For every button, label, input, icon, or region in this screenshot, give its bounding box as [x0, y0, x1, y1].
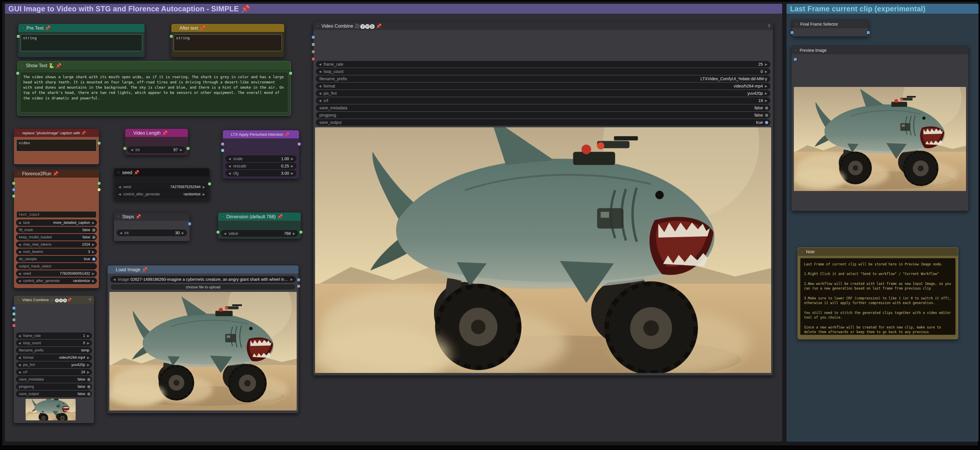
input-slot-dot[interactable]	[12, 195, 16, 198]
widget-frame_rate[interactable]: ◀frame_rate25▶	[316, 61, 770, 67]
node-steps[interactable]: Steps 📌 ◀int30▶	[114, 212, 190, 241]
decrement-arrow-icon[interactable]: ◀	[18, 342, 22, 345]
decrement-arrow-icon[interactable]: ◀	[318, 99, 322, 102]
input-slot-dot[interactable]	[312, 36, 315, 39]
output-slot-dot[interactable]	[97, 141, 101, 145]
node-ltx-apply-perturbed-attention[interactable]: LTX Apply Perturbed Attention 📌 ◀scale1.…	[223, 130, 299, 179]
toggle-dot[interactable]	[92, 236, 95, 239]
collapse-toggle-icon[interactable]	[795, 23, 798, 25]
widget-scale[interactable]: ◀scale1.00▶	[226, 155, 296, 162]
widget-crf[interactable]: ◀crf19▶	[316, 97, 770, 104]
input-slot-dot[interactable]	[791, 31, 794, 34]
collapse-toggle-icon[interactable]	[174, 27, 177, 29]
widget-cfg[interactable]: ◀cfg3.00▶	[226, 170, 296, 176]
increment-arrow-icon[interactable]: ▶	[91, 272, 95, 275]
increment-arrow-icon[interactable]: ▶	[290, 165, 294, 168]
widget-filename_prefix[interactable]: filename_prefixLTXVideo_ComfyUI_%date:dd…	[316, 76, 770, 82]
node-video-length[interactable]: Video Length 📌 ◀int97▶	[125, 128, 188, 155]
widget-int[interactable]: ◀int30▶	[117, 230, 187, 236]
widget-int[interactable]: ◀int97▶	[128, 146, 185, 153]
increment-arrow-icon[interactable]: ▶	[292, 232, 296, 235]
widget-seed[interactable]: ◀seed742755875252544▶	[116, 184, 207, 190]
toggle-dot[interactable]	[765, 114, 768, 117]
node-dimension-header[interactable]: Dimension (default 768) 📌	[218, 212, 301, 221]
pre-text-input[interactable]: string	[21, 34, 142, 51]
toggle-dot[interactable]	[87, 378, 91, 381]
input-slot-dot[interactable]	[794, 58, 797, 61]
decrement-arrow-icon[interactable]: ◀	[318, 70, 322, 73]
node-video-combine-large[interactable]: Video Combine 🎥🅥🅗🅢 📌 ? ◀frame_rate25▶◀lo…	[313, 22, 773, 376]
increment-arrow-icon[interactable]: ▶	[764, 92, 768, 95]
collapse-toggle-icon[interactable]	[111, 268, 113, 271]
widget-rescale[interactable]: ◀rescale0.25▶	[226, 163, 296, 169]
decrement-arrow-icon[interactable]: ◀	[318, 63, 322, 66]
increment-arrow-icon[interactable]: ▶	[86, 334, 91, 338]
output-slot-dot[interactable]	[208, 182, 211, 185]
replace-caption-input[interactable]: video	[16, 139, 97, 151]
widget-save_metadata[interactable]: save_metadatafalse	[316, 105, 770, 111]
collapse-toggle-icon[interactable]	[17, 172, 20, 175]
input-slot-dot[interactable]	[312, 57, 315, 60]
upload-button[interactable]: choose file to upload	[110, 284, 296, 290]
decrement-arrow-icon[interactable]: ◀	[18, 221, 22, 224]
input-slot-dot[interactable]	[13, 307, 16, 310]
node-video-combine-large-header[interactable]: Video Combine 🎥🅥🅗🅢 📌 ?	[313, 22, 773, 30]
node-seed-header[interactable]: seed 📌	[114, 168, 210, 176]
collapse-toggle-icon[interactable]	[794, 49, 797, 52]
decrement-arrow-icon[interactable]: ◀	[18, 250, 22, 254]
increment-arrow-icon[interactable]: ▶	[86, 371, 91, 374]
decrement-arrow-icon[interactable]: ◀	[228, 165, 232, 168]
toggle-dot[interactable]	[92, 228, 95, 232]
widget-seed[interactable]: ◀seed776200450051432▶	[16, 270, 97, 277]
decrement-arrow-icon[interactable]: ◀	[18, 279, 22, 282]
widget-format[interactable]: ◀formatvideo/h264-mp4▶	[316, 83, 770, 89]
widget-do_sample[interactable]: do_sampletrue	[16, 256, 97, 262]
node-florence2run[interactable]: Florence2Run 📌 text_input ◀taskmore_deta…	[14, 169, 99, 288]
widget-pingpong[interactable]: pingpongfalse	[316, 112, 770, 118]
decrement-arrow-icon[interactable]: ◀	[223, 232, 227, 235]
decrement-arrow-icon[interactable]: ◀	[318, 92, 322, 95]
toggle-dot[interactable]	[87, 393, 91, 396]
widget-filename_prefix[interactable]: filename_prefixtemp	[16, 347, 92, 353]
input-slot-dot[interactable]	[221, 149, 224, 152]
toggle-dot[interactable]	[765, 121, 768, 124]
widget-num_beams[interactable]: ◀num_beams3▶	[16, 249, 97, 255]
increment-arrow-icon[interactable]: ▶	[86, 356, 91, 359]
node-show-text-header[interactable]: Show Text 🐍 📌	[18, 61, 291, 70]
widget-loop_count[interactable]: ◀loop_count0▶	[316, 68, 770, 75]
toggle-dot[interactable]	[92, 258, 95, 261]
increment-arrow-icon[interactable]: ▶	[91, 221, 95, 224]
node-show-text[interactable]: Show Text 🐍 📌 The video shows a large sh…	[18, 61, 291, 116]
increment-arrow-icon[interactable]: ▶	[86, 342, 91, 345]
decrement-arrow-icon[interactable]: ◀	[18, 371, 22, 374]
widget-keep_model_loaded[interactable]: keep_model_loadedfalse	[16, 234, 97, 241]
input-slot-dot[interactable]	[13, 318, 16, 321]
widget-max_new_tokens[interactable]: ◀max_new_tokens1024▶	[16, 241, 97, 248]
decrement-arrow-icon[interactable]: ◀	[130, 148, 134, 151]
widget-control_after_generate[interactable]: ◀control_after_generaterandomize▶	[116, 191, 207, 197]
decrement-arrow-icon[interactable]: ◀	[118, 185, 122, 189]
decrement-arrow-icon[interactable]: ◀	[18, 363, 22, 366]
widget-pix_fmt[interactable]: ◀pix_fmtyuv420p▶	[16, 361, 92, 368]
node-video-length-header[interactable]: Video Length 📌	[125, 129, 188, 137]
increment-arrow-icon[interactable]: ▶	[202, 185, 206, 189]
decrement-arrow-icon[interactable]: ◀	[112, 278, 116, 281]
widget-save_metadata[interactable]: save_metadatafalse	[16, 376, 92, 383]
decrement-arrow-icon[interactable]: ◀	[228, 157, 232, 160]
node-preview-image-header[interactable]: Preview Image	[792, 46, 968, 54]
output-slot-dot[interactable]	[97, 188, 101, 191]
decrement-arrow-icon[interactable]: ◀	[118, 193, 122, 196]
collapse-toggle-icon[interactable]	[128, 132, 131, 134]
increment-arrow-icon[interactable]: ▶	[91, 250, 95, 254]
increment-arrow-icon[interactable]: ▶	[91, 243, 95, 246]
decrement-arrow-icon[interactable]: ◀	[18, 334, 22, 338]
input-slot-dot[interactable]	[123, 147, 127, 150]
decrement-arrow-icon[interactable]: ◀	[228, 172, 232, 175]
output-slot-dot[interactable]	[289, 72, 292, 75]
collapse-toggle-icon[interactable]	[21, 27, 24, 29]
widget-loop_count[interactable]: ◀loop_count0▶	[16, 340, 92, 346]
increment-arrow-icon[interactable]: ▶	[86, 363, 91, 366]
input-slot-dot[interactable]	[170, 35, 173, 38]
decrement-arrow-icon[interactable]: ◀	[318, 85, 322, 88]
toggle-dot[interactable]	[765, 106, 768, 109]
